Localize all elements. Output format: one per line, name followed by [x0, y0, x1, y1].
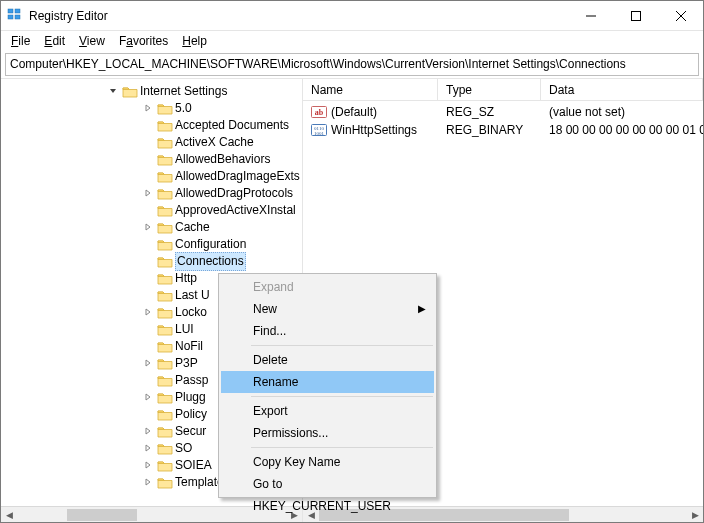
context-menu: Expand New ▶ Find... Delete Rename Expor… — [218, 273, 437, 498]
tree-label: Configuration — [175, 236, 246, 253]
tree-label: Cache — [175, 219, 210, 236]
tree-item[interactable]: ApprovedActiveXInstal — [1, 202, 302, 219]
ctx-export[interactable]: Export — [221, 400, 434, 422]
svg-rect-2 — [15, 9, 20, 13]
expander-icon[interactable] — [141, 100, 155, 117]
tree-item[interactable]: Cache — [1, 219, 302, 236]
menubar: File Edit View Favorites Help — [1, 31, 703, 51]
expander-icon[interactable] — [141, 440, 155, 457]
ctx-new[interactable]: New ▶ — [221, 298, 434, 320]
folder-icon — [157, 357, 173, 371]
expander-icon[interactable] — [141, 474, 155, 491]
expander-icon[interactable] — [141, 219, 155, 236]
scroll-right-icon[interactable]: ▶ — [687, 507, 703, 523]
tree-item[interactable]: AllowedDragImageExts — [1, 168, 302, 185]
titlebar: Registry Editor — [1, 1, 703, 31]
folder-icon — [157, 374, 173, 388]
scroll-left-icon[interactable]: ◀ — [1, 507, 17, 523]
ctx-new-label: New — [253, 302, 277, 316]
tree-item[interactable]: Accepted Documents — [1, 117, 302, 134]
value-type: REG_BINARY — [438, 121, 541, 139]
minimize-button[interactable] — [568, 1, 613, 30]
tree-item[interactable]: 5.0 — [1, 100, 302, 117]
address-bar[interactable]: Computer\HKEY_LOCAL_MACHINE\SOFTWARE\Mic… — [5, 53, 699, 76]
value-data: 18 00 00 00 00 00 00 00 01 00 0 — [541, 121, 703, 139]
menu-favorites[interactable]: Favorites — [113, 33, 174, 49]
tree-label: AllowedDragProtocols — [175, 185, 293, 202]
tree-label: LUI — [175, 321, 194, 338]
ctx-separator — [251, 396, 433, 397]
tree-label: Accepted Documents — [175, 117, 289, 134]
svg-rect-0 — [8, 9, 13, 13]
ctx-delete[interactable]: Delete — [221, 349, 434, 371]
tree-label: Policy — [175, 406, 207, 423]
tree-label: ActiveX Cache — [175, 134, 254, 151]
ctx-find[interactable]: Find... — [221, 320, 434, 342]
expander-icon[interactable] — [141, 355, 155, 372]
folder-icon — [157, 340, 173, 354]
expander-icon[interactable] — [106, 83, 120, 100]
list-header: Name Type Data — [303, 79, 703, 101]
ctx-goto-hkcu[interactable]: Go to HKEY_CURRENT_USER — [221, 473, 434, 495]
folder-icon — [157, 272, 173, 286]
folder-icon — [157, 255, 173, 269]
tree-item[interactable]: ActiveX Cache — [1, 134, 302, 151]
menu-edit[interactable]: Edit — [38, 33, 71, 49]
ctx-copy-key-name[interactable]: Copy Key Name — [221, 451, 434, 473]
ctx-separator — [251, 345, 433, 346]
folder-icon — [157, 204, 173, 218]
tree-label: Http — [175, 270, 197, 287]
tree-item[interactable]: AllowedBehaviors — [1, 151, 302, 168]
tree-item-root[interactable]: Internet Settings — [1, 83, 302, 100]
col-header-data[interactable]: Data — [541, 79, 703, 100]
expander-icon[interactable] — [141, 389, 155, 406]
folder-icon — [157, 289, 173, 303]
folder-icon — [157, 476, 173, 490]
ctx-permissions[interactable]: Permissions... — [221, 422, 434, 444]
folder-icon — [157, 187, 173, 201]
list-row[interactable]: 01101001WinHttpSettingsREG_BINARY18 00 0… — [303, 121, 703, 139]
tree-label: Connections — [175, 252, 246, 271]
folder-icon — [122, 85, 138, 99]
tree-label: Secur — [175, 423, 206, 440]
close-button[interactable] — [658, 1, 703, 30]
submenu-arrow-icon: ▶ — [418, 298, 426, 320]
value-name: WinHttpSettings — [331, 121, 417, 139]
folder-icon — [157, 391, 173, 405]
expander-icon[interactable] — [141, 423, 155, 440]
string-value-icon: ab — [311, 104, 327, 120]
folder-icon — [157, 442, 173, 456]
svg-text:ab: ab — [315, 108, 324, 117]
value-data: (value not set) — [541, 103, 703, 121]
tree-label: AllowedBehaviors — [175, 151, 270, 168]
folder-icon — [157, 323, 173, 337]
menu-file[interactable]: File — [5, 33, 36, 49]
tree-label: SOIEA — [175, 457, 212, 474]
expander-icon[interactable] — [141, 304, 155, 321]
folder-icon — [157, 459, 173, 473]
tree-label: ApprovedActiveXInstal — [175, 202, 296, 219]
list-row[interactable]: ab(Default)REG_SZ(value not set) — [303, 103, 703, 121]
col-header-name[interactable]: Name — [303, 79, 438, 100]
tree-label: 5.0 — [175, 100, 192, 117]
folder-icon — [157, 425, 173, 439]
col-header-type[interactable]: Type — [438, 79, 541, 100]
menu-help[interactable]: Help — [176, 33, 213, 49]
ctx-rename[interactable]: Rename — [221, 371, 434, 393]
expander-icon[interactable] — [141, 185, 155, 202]
folder-icon — [157, 102, 173, 116]
menu-view[interactable]: View — [73, 33, 111, 49]
svg-rect-3 — [15, 15, 20, 19]
binary-value-icon: 01101001 — [311, 122, 327, 138]
tree-item[interactable]: AllowedDragProtocols — [1, 185, 302, 202]
tree-label: AllowedDragImageExts — [175, 168, 300, 185]
folder-icon — [157, 408, 173, 422]
ctx-expand[interactable]: Expand — [221, 276, 434, 298]
tree-item[interactable]: Configuration — [1, 236, 302, 253]
expander-icon[interactable] — [141, 457, 155, 474]
folder-icon — [157, 306, 173, 320]
ctx-separator — [251, 447, 433, 448]
tree-item[interactable]: Connections — [1, 253, 302, 270]
value-type: REG_SZ — [438, 103, 541, 121]
maximize-button[interactable] — [613, 1, 658, 30]
